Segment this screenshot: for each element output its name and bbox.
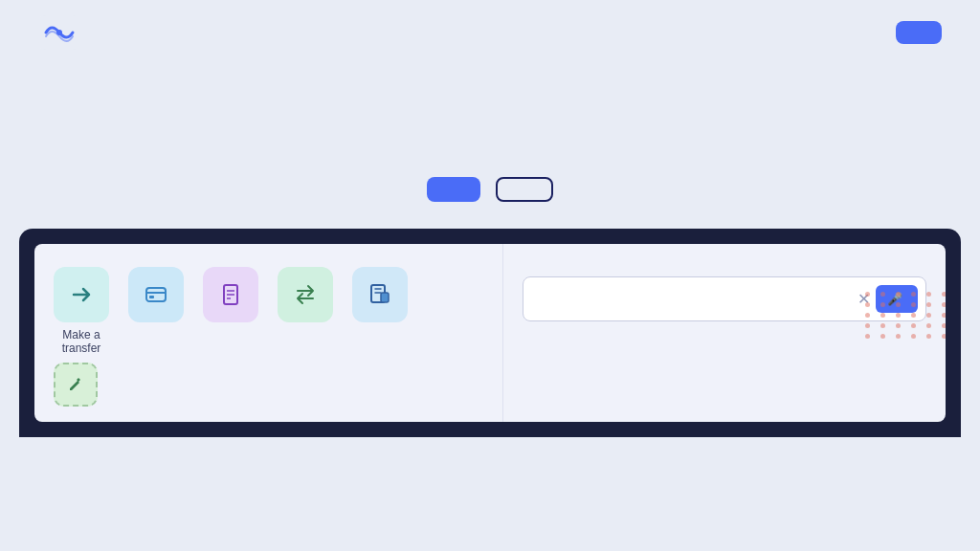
transactions-icon-box (278, 267, 333, 322)
svg-rect-10 (381, 293, 389, 302)
logo[interactable] (38, 15, 90, 50)
invoices-icon (217, 281, 244, 308)
cards-icon-box (128, 267, 184, 322)
invoices-icon-box (203, 267, 258, 322)
svg-rect-4 (149, 296, 154, 298)
list-item[interactable]: Make atransfer (54, 267, 109, 355)
signup-button[interactable] (427, 177, 480, 202)
svg-point-1 (56, 30, 62, 35)
try-with-your-data-button[interactable] (896, 21, 942, 44)
cards-icon (143, 281, 169, 308)
small-icon-row (54, 363, 483, 407)
transactions-icon (292, 281, 319, 308)
icon-grid: Make atransfer (54, 267, 483, 355)
hero-section (0, 65, 980, 229)
claims-icon (367, 281, 393, 308)
svg-rect-2 (146, 288, 166, 301)
navbar (0, 0, 980, 65)
right-panel: ✕ 🎤 const grid = document.querySelector(… (503, 244, 946, 422)
defog-logo-icon (38, 15, 80, 50)
small-icon-placeholder (54, 363, 98, 407)
book-demo-button[interactable] (496, 177, 553, 202)
edit-icon (66, 375, 85, 394)
demo-inner: Make atransfer (34, 244, 946, 422)
dot-grid-decoration: const grid = document.querySelector('.do… (865, 292, 946, 339)
list-item[interactable] (278, 267, 333, 355)
hero-buttons (19, 177, 961, 202)
transfer-label: Make atransfer (62, 328, 101, 355)
demo-window: Make atransfer (19, 229, 961, 437)
left-panel: Make atransfer (34, 244, 503, 422)
list-item[interactable] (352, 267, 408, 355)
hero-title (19, 99, 961, 150)
list-item[interactable] (128, 267, 184, 355)
list-item[interactable] (203, 267, 258, 355)
claims-icon-box (352, 267, 408, 322)
transfer-icon-box (54, 267, 109, 322)
transfer-icon (68, 281, 95, 308)
